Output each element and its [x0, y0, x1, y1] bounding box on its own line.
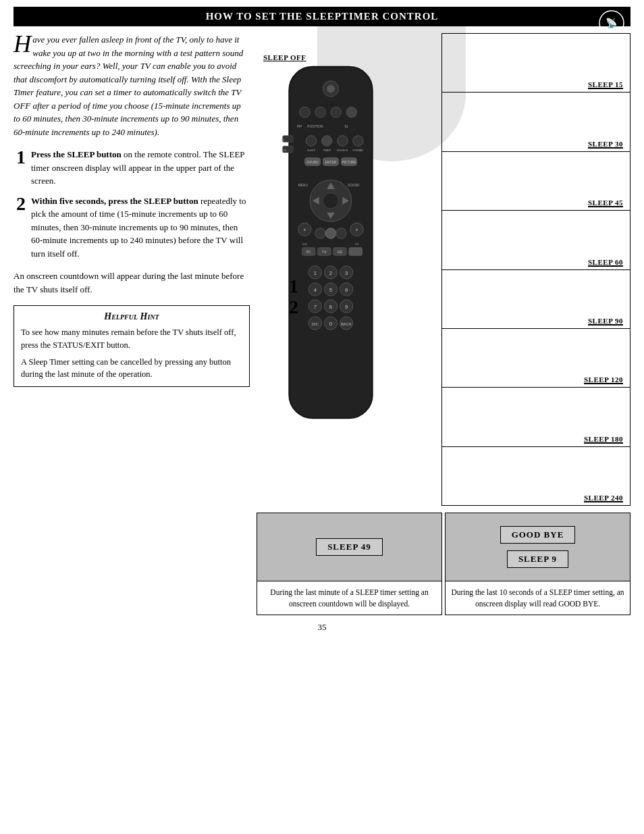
intro-text: H ave you ever fallen asleep in front of… [14, 33, 250, 138]
svg-point-18 [338, 136, 348, 146]
page-header: How to Set the Sleeptimer Control 📡 [14, 7, 630, 26]
countdown-note: An onscreen countdown will appear during… [14, 269, 250, 296]
main-content: H ave you ever fallen asleep in front of… [14, 33, 630, 615]
sleep-240-item: SLEEP 240 [442, 447, 630, 505]
svg-text:ACE: ACE [281, 149, 287, 152]
step-1-number: 1 [14, 148, 26, 167]
sleep-15-item: SLEEP 15 [442, 34, 630, 93]
sleep-180-item: SLEEP 180 [442, 388, 630, 446]
right-area: SLEEP OFF PIP POS [257, 33, 630, 615]
svg-text:TIMER: TIMER [323, 149, 331, 152]
svg-text:PIP: PIP [297, 125, 302, 128]
svg-point-31 [323, 193, 338, 209]
bottom-screens: SLEEP 49 During the last minute of a SLE… [257, 513, 630, 615]
svg-rect-50 [349, 248, 362, 256]
svg-point-6 [315, 107, 325, 117]
svg-text:POSITION: POSITION [307, 125, 323, 128]
goodbye-text: GOOD BYE [500, 526, 576, 544]
svg-text:PICTURE: PICTURE [342, 161, 356, 164]
sleep-30-label: SLEEP 30 [588, 140, 623, 149]
sleep-45-label: SLEEP 45 [588, 199, 623, 207]
step-2: 2 Within five seconds, press the SLEEP b… [14, 194, 250, 261]
svg-text:1: 1 [314, 270, 317, 276]
svg-text:MENU: MENU [298, 184, 308, 187]
svg-text:ENTER: ENTER [325, 161, 337, 164]
sleep-90-item: SLEEP 90 [442, 270, 630, 329]
svg-text:+: + [355, 227, 358, 233]
svg-point-44 [315, 228, 325, 238]
svg-text:TV: TV [322, 251, 327, 254]
svg-text:4: 4 [314, 287, 317, 293]
helpful-hint-title: Helpful Hint [21, 311, 242, 322]
svg-text:SL: SL [344, 125, 348, 128]
step-1: 1 Press the SLEEP button on the remote c… [14, 148, 250, 188]
svg-text:TV: TV [281, 139, 285, 142]
sleep-15-label: SLEEP 15 [588, 80, 623, 89]
overlay-2: 2 [289, 297, 298, 318]
step-1-bold: Press the SLEEP button [31, 149, 122, 159]
sleep-90-label: SLEEP 90 [588, 317, 623, 325]
sleep-120-label: SLEEP 120 [584, 375, 623, 384]
svg-text:PC: PC [306, 251, 311, 254]
screen-display-goodbye: GOOD BYE SLEEP 9 [446, 513, 630, 581]
sleep-labels-column: SLEEP 15 SLEEP 30 SLEEP 45 SLEEP 60 SLEE… [441, 33, 630, 506]
svg-point-17 [322, 136, 332, 146]
step-2-number: 2 [14, 194, 26, 213]
sleep-45-item: SLEEP 45 [442, 152, 630, 211]
svg-text:FORMAT: FORMAT [353, 149, 365, 152]
svg-text:📡: 📡 [606, 18, 618, 29]
sleep9-text: SLEEP 9 [507, 550, 568, 568]
svg-text:+: + [303, 227, 306, 233]
helpful-hint-p1: To see how many minutes remain before th… [21, 326, 242, 352]
tv-icon: 📡 [598, 9, 625, 36]
step-1-text: Press the SLEEP button on the remote con… [31, 148, 250, 188]
helpful-hint-box: Helpful Hint To see how many minutes rem… [14, 305, 250, 387]
svg-point-45 [325, 228, 336, 238]
svg-text:SOURCE: SOURCE [337, 149, 348, 152]
svg-text:SLEEP: SLEEP [307, 149, 316, 152]
step-overlay: 1 2 [289, 276, 298, 318]
svg-text:D/C: D/C [312, 322, 319, 326]
svg-point-8 [346, 107, 356, 117]
svg-text:9: 9 [345, 304, 348, 310]
left-column: H ave you ever fallen asleep in front of… [14, 33, 257, 615]
screen-caption-goodbye: During the last 10 seconds of a SLEEP ti… [446, 581, 630, 615]
step-2-text: Within five seconds, press the SLEEP but… [31, 194, 250, 261]
svg-point-19 [353, 136, 363, 146]
svg-text:2: 2 [329, 270, 332, 276]
svg-point-5 [300, 107, 310, 117]
svg-point-4 [327, 85, 335, 93]
overlay-1: 1 [289, 276, 298, 297]
sleep-240-label: SLEEP 240 [584, 494, 623, 502]
svg-point-46 [336, 228, 346, 238]
svg-text:0: 0 [329, 321, 332, 327]
screen-caption-sleep49: During the last minute of a SLEEP timer … [257, 581, 441, 615]
drop-cap: H [14, 34, 31, 54]
svg-point-7 [331, 107, 341, 117]
steps-section: 1 Press the SLEEP button on the remote c… [14, 148, 250, 260]
svg-point-16 [306, 136, 316, 146]
remote-control: PIP POSITION SL TV ACE SLEEP TIMER [277, 60, 385, 427]
header-title: How to Set the Sleeptimer Control [206, 11, 439, 22]
svg-text:7: 7 [314, 304, 317, 310]
sleep-60-label: SLEEP 60 [588, 258, 623, 267]
step-2-bold: Within five seconds, press the SLEEP but… [31, 196, 198, 206]
svg-text:5: 5 [329, 287, 332, 293]
svg-text:BACK: BACK [341, 322, 352, 326]
svg-text:3: 3 [345, 270, 348, 276]
top-right: SLEEP OFF PIP POS [257, 33, 630, 506]
helpful-hint-p2: A Sleep Timer setting can be cancelled b… [21, 356, 242, 382]
svg-text:SOUND: SOUND [348, 184, 360, 187]
svg-text:SOUND: SOUND [306, 161, 319, 164]
sleep-120-item: SLEEP 120 [442, 329, 630, 388]
svg-text:HD: HD [338, 251, 342, 254]
screen-display-sleep49: SLEEP 49 [257, 513, 441, 581]
sleep-60-item: SLEEP 60 [442, 211, 630, 269]
screen-box-goodbye: GOOD BYE SLEEP 9 During the last 10 seco… [445, 513, 630, 615]
page-number: 35 [14, 622, 630, 633]
svg-text:CH: CH [355, 243, 359, 246]
screen-box-sleep49: SLEEP 49 During the last minute of a SLE… [257, 513, 442, 615]
svg-text:8: 8 [329, 304, 332, 310]
sleep49-text: SLEEP 49 [316, 538, 383, 556]
svg-text:VOL: VOL [302, 243, 308, 246]
